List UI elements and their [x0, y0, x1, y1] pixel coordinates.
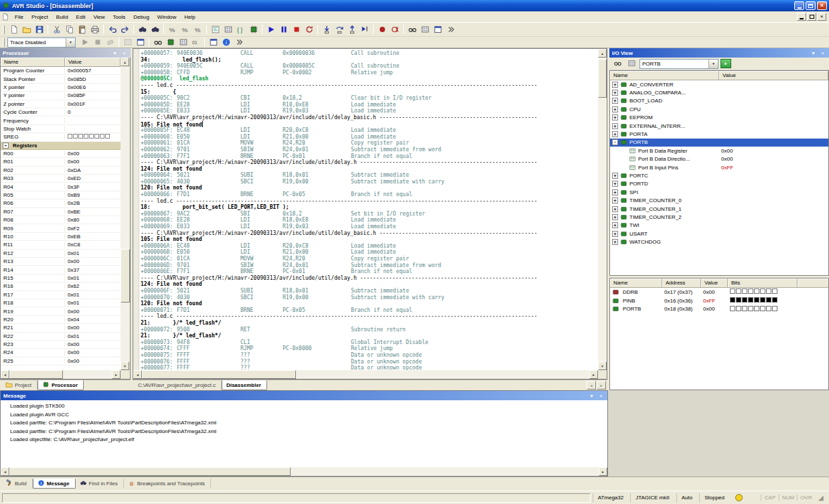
disassembly-line[interactable]: +00000070:4030SBCIR19,0x00Subtract immed…: [141, 295, 598, 301]
output-tab-message[interactable]: iMessage: [33, 479, 76, 489]
io-tree-item-cpu[interactable]: +CPU: [610, 105, 828, 113]
disassembly-line[interactable]: +0000006C:01CAMOVWR24,R20Copy register p…: [141, 256, 598, 262]
title-bar[interactable]: AVR Studio - [Disassembler] ×: [0, 0, 829, 11]
scroll-right-icon[interactable]: ►: [599, 467, 607, 476]
eeprom-usage-button[interactable]: %: [192, 24, 204, 35]
scrollbar-thumb[interactable]: [142, 370, 296, 379]
register-row[interactable]: R100xEB: [1, 233, 121, 241]
menu-project[interactable]: Project: [27, 13, 52, 21]
register-row[interactable]: R220x01: [1, 333, 121, 341]
disassembly-line[interactable]: +00000076:FFFF???Data or unknown opcode: [141, 359, 598, 365]
mdi-minimize-button[interactable]: [797, 13, 806, 21]
expand-icon[interactable]: +: [612, 214, 618, 220]
menu-help[interactable]: Help: [180, 13, 199, 21]
source-line[interactable]: 15: {: [141, 89, 598, 96]
bit-checkbox[interactable]: [772, 306, 777, 311]
expand-icon[interactable]: +: [612, 222, 618, 228]
register-row[interactable]: R190x00: [1, 307, 121, 315]
io-view-menu-button[interactable]: ▾: [810, 50, 817, 57]
sreg-flag-checkbox[interactable]: [89, 134, 94, 139]
start-trace-button[interactable]: [78, 37, 91, 48]
scroll-up-icon[interactable]: ▲: [121, 58, 129, 66]
sreg-flag-checkbox[interactable]: [84, 134, 88, 139]
expand-icon[interactable]: +: [612, 189, 618, 195]
processor-row[interactable]: Y pointer0x085F: [1, 92, 121, 100]
left-tab-processor[interactable]: Processor: [37, 380, 84, 390]
io-tree-item-portb[interactable]: -PORTB: [610, 139, 828, 147]
register-row[interactable]: R010x00: [1, 158, 121, 166]
find-in-files-button[interactable]: [149, 24, 161, 35]
expand-icon[interactable]: +: [612, 106, 618, 112]
expand-icon[interactable]: +: [612, 98, 618, 104]
io-tree-item-spi[interactable]: +SPI: [610, 188, 828, 196]
scroll-up-icon[interactable]: ▲: [598, 49, 607, 58]
expand-icon[interactable]: +: [612, 181, 618, 187]
open-file-button[interactable]: [20, 24, 33, 35]
disassembly-line[interactable]: +00000063:F7F1BRNEPC-0x01Branch if not e…: [141, 153, 598, 160]
source-line[interactable]: 21: }/* led_flash*/: [141, 320, 598, 327]
bit-checkbox[interactable]: [736, 288, 741, 294]
restore-button[interactable]: [806, 1, 816, 10]
io-tree-item-ad-converter[interactable]: +AD_CONVERTER: [610, 80, 828, 88]
collapse-icon[interactable]: -: [3, 143, 9, 149]
stop-trace-button[interactable]: [91, 37, 104, 48]
print-button[interactable]: [88, 24, 101, 35]
io-tree-item-usart[interactable]: +USART: [610, 230, 828, 238]
bit-checkbox[interactable]: [772, 288, 777, 294]
bit-checkbox[interactable]: [730, 297, 735, 303]
io-tree-item-porta[interactable]: +PORTA: [610, 130, 828, 138]
scroll-left-icon[interactable]: ◄: [133, 370, 142, 379]
processor-vertical-scrollbar[interactable]: ▲ ▼: [121, 58, 130, 370]
register-row[interactable]: R050xB9: [1, 191, 121, 199]
expand-icon[interactable]: +: [612, 114, 618, 120]
io-go-button[interactable]: ▸: [721, 59, 731, 68]
column-header-address[interactable]: Address: [662, 278, 701, 287]
register-row[interactable]: R120x01: [1, 250, 121, 258]
trace-status-combo[interactable]: Trace Disabled ▼: [7, 37, 76, 48]
bit-checkbox[interactable]: [766, 306, 771, 311]
bit-checkbox[interactable]: [748, 288, 753, 294]
menu-view[interactable]: View: [89, 13, 108, 21]
scroll-right-icon[interactable]: ►: [589, 370, 598, 379]
expand-icon[interactable]: +: [612, 239, 618, 245]
sreg-flag-checkbox[interactable]: [68, 134, 72, 139]
clear-trace-button[interactable]: [104, 37, 117, 48]
memory-window-button[interactable]: [177, 37, 190, 48]
io-tree-item-timer-counter-2[interactable]: +TIMER_COUNTER_2: [610, 213, 828, 221]
expand-icon[interactable]: +: [612, 197, 618, 203]
disassembly-line[interactable]: +00000066:F7D1BRNEPC-0x05Branch if not e…: [141, 191, 598, 198]
source-line[interactable]: 120: File not found: [141, 301, 598, 307]
io-tree-item-portd[interactable]: +PORTD: [610, 180, 828, 188]
bit-checkbox[interactable]: [748, 306, 753, 311]
source-line[interactable]: 124: File not found: [141, 281, 598, 288]
disassembly-line[interactable]: +0000005E:E033LDIR19,0x03Load immediate: [141, 108, 598, 114]
disassembly-line[interactable]: +00000069:E033LDIR19,0x03Load immediate: [141, 224, 598, 230]
processor-row[interactable]: Program Counter0x000057: [1, 67, 121, 75]
processor-row[interactable]: X pointer0x00E6: [1, 84, 121, 92]
scrollbar-thumb[interactable]: [598, 59, 607, 98]
resize-grip[interactable]: ◢: [818, 493, 827, 502]
tab-scroll-right-icon[interactable]: ►: [597, 381, 606, 390]
bit-checkbox[interactable]: [748, 297, 753, 303]
breakpoint-gutter[interactable]: [133, 49, 139, 370]
disassembler-view[interactable]: +00000057:940E0036CALL0x00000036Call sub…: [133, 48, 607, 380]
register-row[interactable]: R180x01: [1, 299, 121, 307]
source-line[interactable]: 120: File not found: [141, 185, 598, 191]
bit-checkbox[interactable]: [736, 297, 741, 303]
scrollbar-thumb[interactable]: [9, 467, 291, 476]
disassembly-line[interactable]: +0000005B:CFFDRJMPPC-0x0002Relative jump: [141, 70, 598, 76]
trace-window-button[interactable]: [121, 37, 134, 48]
scrollbar-thumb[interactable]: [121, 249, 130, 303]
register-row[interactable]: R030xED: [1, 175, 121, 183]
processor-row[interactable]: SREG: [1, 133, 121, 141]
register-row[interactable]: R170x01: [1, 291, 121, 299]
source-line[interactable]: 105: File not found: [141, 236, 598, 243]
expand-icon[interactable]: +: [612, 82, 618, 88]
bit-checkbox[interactable]: [742, 297, 747, 303]
processor-panel-menu-button[interactable]: ▾: [111, 50, 119, 57]
undo-button[interactable]: [106, 24, 119, 35]
column-header-value[interactable]: Value: [719, 71, 828, 80]
column-header-bits[interactable]: Bits: [728, 278, 798, 287]
io-window-button[interactable]: [431, 24, 444, 35]
io-watch-button[interactable]: [611, 58, 623, 69]
